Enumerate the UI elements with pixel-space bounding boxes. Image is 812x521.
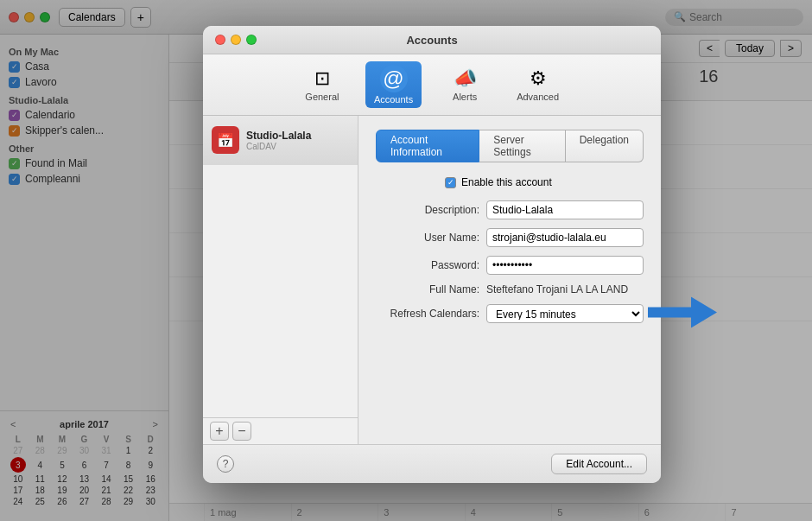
tab-server-settings[interactable]: Server Settings xyxy=(479,130,565,162)
account-info: Studio-Lalala CalDAV xyxy=(246,130,349,151)
modal-body: 📅 Studio-Lalala CalDAV + − xyxy=(203,116,661,444)
modal-titlebar: Accounts xyxy=(203,26,661,54)
blue-arrow-icon xyxy=(648,297,717,328)
accounts-icon: @ xyxy=(380,65,408,92)
modal-minimize-button[interactable] xyxy=(231,35,241,45)
toolbar-accounts[interactable]: @ Accounts xyxy=(365,61,422,108)
modal-footer: ? Edit Account... xyxy=(203,444,661,483)
calendar-window: Calendars + 🔍 On My Mac ✓ Casa ✓ Lavoro … xyxy=(0,0,812,521)
blue-arrow-container xyxy=(648,297,717,331)
account-type: CalDAV xyxy=(246,142,349,151)
modal-toolbar: ⊡ General @ Accounts 📣 Alerts ⚙ Advanced xyxy=(203,54,661,116)
account-detail: Account Information Server Settings Dele… xyxy=(358,116,661,444)
username-row: User Name: xyxy=(376,228,644,247)
help-button[interactable]: ? xyxy=(217,455,234,473)
username-input[interactable] xyxy=(486,228,644,247)
modal-zoom-button[interactable] xyxy=(246,35,257,45)
enable-row: ✓ Enable this account xyxy=(376,176,644,188)
edit-account-button[interactable]: Edit Account... xyxy=(551,454,647,474)
description-row: Description: xyxy=(376,200,644,219)
toolbar-advanced[interactable]: ⚙ Advanced xyxy=(508,64,568,105)
account-tabs: Account Information Server Settings Dele… xyxy=(376,130,644,162)
enable-checkbox[interactable]: ✓ xyxy=(445,177,456,188)
enable-checkmark: ✓ xyxy=(447,178,454,187)
remove-account-button[interactable]: − xyxy=(232,422,251,441)
fullname-label: Full Name: xyxy=(376,283,479,295)
toolbar-advanced-label: Advanced xyxy=(517,92,559,102)
account-list-actions: + − xyxy=(203,417,358,444)
toolbar-alerts[interactable]: 📣 Alerts xyxy=(439,64,491,105)
account-item-studio[interactable]: 📅 Studio-Lalala CalDAV xyxy=(203,116,358,165)
toolbar-alerts-label: Alerts xyxy=(453,92,477,102)
password-row: Password: xyxy=(376,256,644,275)
password-input[interactable] xyxy=(486,256,644,275)
toolbar-general[interactable]: ⊡ General xyxy=(296,64,348,105)
general-icon: ⊡ xyxy=(314,67,330,90)
modal-close-button[interactable] xyxy=(215,35,225,45)
username-label: User Name: xyxy=(376,232,479,244)
refresh-label: Refresh Calendars: xyxy=(376,308,479,320)
svg-marker-0 xyxy=(648,297,717,328)
account-list-spacer xyxy=(203,165,358,417)
add-account-button[interactable]: + xyxy=(210,422,229,441)
account-icon: 📅 xyxy=(212,126,239,154)
fullname-value: Steftefano Trojani LA LA LAND xyxy=(486,283,644,295)
toolbar-general-label: General xyxy=(305,92,339,102)
refresh-row: Refresh Calendars: Every minute Every 5 … xyxy=(376,304,644,323)
tab-account-information[interactable]: Account Information xyxy=(376,130,479,162)
tab-delegation[interactable]: Delegation xyxy=(566,130,644,162)
modal-overlay: Accounts ⊡ General @ Accounts 📣 Alerts ⚙ xyxy=(0,0,812,521)
password-label: Password: xyxy=(376,259,479,271)
modal-title: Accounts xyxy=(406,34,457,47)
account-list: 📅 Studio-Lalala CalDAV + − xyxy=(203,116,358,444)
account-name: Studio-Lalala xyxy=(246,130,349,142)
enable-label: Enable this account xyxy=(461,176,552,188)
toolbar-accounts-label: Accounts xyxy=(374,94,413,105)
fullname-row: Full Name: Steftefano Trojani LA LA LAND xyxy=(376,283,644,295)
description-input[interactable] xyxy=(486,200,644,219)
description-label: Description: xyxy=(376,204,479,216)
alerts-icon: 📣 xyxy=(454,67,477,90)
accounts-modal: Accounts ⊡ General @ Accounts 📣 Alerts ⚙ xyxy=(203,26,661,483)
advanced-icon: ⚙ xyxy=(530,67,547,90)
refresh-select[interactable]: Every minute Every 5 minutes Every 15 mi… xyxy=(486,304,644,323)
modal-traffic-lights xyxy=(215,35,257,45)
